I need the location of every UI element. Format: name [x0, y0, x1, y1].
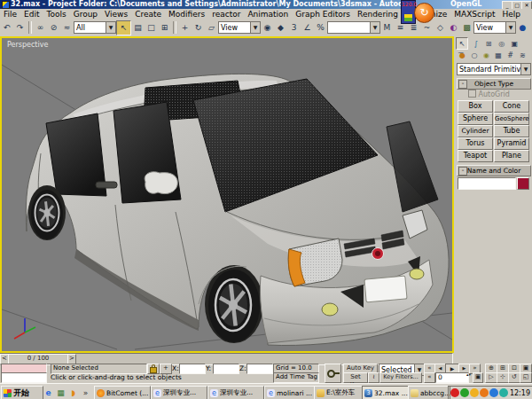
menu-tools[interactable]: Tools	[43, 10, 70, 19]
car-model[interactable]	[26, 74, 449, 345]
region-rect-icon[interactable]: □	[145, 21, 158, 35]
schematic-view-icon[interactable]: ◇	[434, 21, 447, 35]
quicklaunch-desktop-icon[interactable]: ▦	[55, 387, 66, 398]
category-shapes-icon[interactable]: ○	[470, 50, 480, 60]
create-plane-button[interactable]: Plane	[494, 150, 529, 162]
autogrid-checkbox[interactable]: AutoGrid	[468, 90, 510, 98]
selection-filter-dropdown[interactable]: All▼	[74, 21, 116, 34]
tab-modify[interactable]: ∫	[471, 38, 481, 49]
named-selection-sets-dropdown[interactable]: ▼	[327, 21, 380, 34]
quicklaunch-overflow-icon[interactable]: »	[80, 387, 91, 398]
menu-rendering[interactable]: Rendering	[354, 10, 402, 19]
tray-icon-2[interactable]	[460, 388, 469, 397]
quick-render-icon[interactable]: ●	[516, 21, 529, 35]
create-torus-button[interactable]: Torus	[458, 137, 493, 150]
maxscript-listener-pane[interactable]	[1, 372, 47, 383]
collapse-icon[interactable]: -	[458, 167, 467, 176]
default-tangent-button[interactable]: ≀	[368, 372, 379, 383]
orange-app-gadget-icon[interactable]: ↻	[414, 3, 434, 23]
menu-file[interactable]: File	[0, 10, 20, 19]
tray-icon-5[interactable]	[489, 388, 498, 397]
field-of-view-icon[interactable]: ▷	[485, 372, 497, 383]
create-box-button[interactable]: Box	[458, 100, 493, 113]
task-folder[interactable]: E:\室外车	[314, 386, 364, 399]
tray-icon-4[interactable]	[480, 388, 489, 397]
key-mode-toggle-button[interactable]: «	[424, 372, 435, 383]
menu-animation[interactable]: Animation	[244, 10, 292, 19]
undo-icon[interactable]: ↶	[0, 21, 13, 35]
arc-rotate-icon[interactable]: ↺	[508, 372, 520, 383]
current-frame-field[interactable]: 0	[435, 372, 469, 383]
start-button[interactable]: 开始	[1, 386, 43, 399]
tab-display[interactable]: ▣	[509, 38, 520, 49]
render-type-dropdown[interactable]: View▼	[473, 21, 516, 34]
create-teapot-button[interactable]: Teapot	[458, 150, 493, 162]
time-configuration-button[interactable]: ▣	[473, 372, 483, 383]
select-manipulate-icon[interactable]: ◆	[274, 21, 287, 35]
collapse-icon[interactable]: -	[458, 80, 467, 89]
frame-spinner[interactable]: ▴▾	[466, 372, 472, 381]
create-pyramid-button[interactable]: Pyramid	[494, 137, 529, 150]
category-cameras-icon[interactable]: ▦	[494, 50, 504, 60]
dropdown-arrow-icon[interactable]: ▼	[520, 64, 530, 74]
quicklaunch-ie-icon[interactable]: e	[43, 387, 54, 398]
task-3dsmax[interactable]: 332.max ...	[362, 386, 410, 399]
tray-icon-1[interactable]	[450, 388, 459, 397]
object-type-rollout[interactable]: -Object Type	[457, 78, 531, 90]
tab-motion[interactable]: ◎	[497, 38, 507, 49]
menu-create[interactable]: Create	[131, 10, 165, 19]
menu-views[interactable]: Views	[101, 10, 131, 19]
title-bar[interactable]: 32.max - Project Folder: C:\Documents an…	[0, 0, 532, 9]
viewport-label[interactable]: Perspective	[7, 41, 48, 49]
reference-coordinate-dropdown[interactable]: View▼	[218, 21, 261, 34]
snap-3d-icon[interactable]: 3	[287, 21, 301, 35]
menu-help[interactable]: Help	[498, 10, 524, 19]
dropdown-arrow-icon[interactable]: ▼	[370, 22, 379, 33]
add-time-tag[interactable]: Add Time Tag	[273, 372, 319, 383]
snap-percent-icon[interactable]: %	[314, 21, 327, 35]
snap-angle-icon[interactable]: ∠	[301, 21, 314, 35]
tray-clock[interactable]: 12:19	[510, 389, 530, 397]
select-by-name-icon[interactable]: ▤	[131, 21, 145, 35]
category-geometry-icon[interactable]: ●	[458, 50, 467, 60]
pan-icon[interactable]: ⊹	[497, 372, 509, 383]
category-spacewarps-icon[interactable]: ≋	[518, 50, 528, 60]
name-color-rollout[interactable]: -Name and Color	[457, 165, 531, 176]
window-crossing-icon[interactable]: ⊞	[158, 21, 171, 35]
menu-reactor[interactable]: reactor	[208, 10, 244, 19]
dropdown-arrow-icon[interactable]: ▼	[505, 22, 515, 33]
create-geosphere-button[interactable]: GeoSphere	[494, 113, 529, 125]
task-webpage-1[interactable]: e深圳专业...	[151, 386, 207, 399]
task-webpage-3[interactable]: emolinari ...	[264, 386, 316, 399]
create-cylinder-button[interactable]: Cylinder	[458, 125, 493, 137]
menu-maxscript[interactable]: MAXScript	[450, 10, 498, 19]
create-cone-button[interactable]: Cone	[494, 100, 529, 113]
select-link-icon[interactable]: ∞	[34, 21, 47, 35]
select-rotate-icon[interactable]: ↻	[192, 21, 205, 35]
render-setup-icon[interactable]: ▩	[460, 21, 473, 35]
mirror-icon[interactable]: M	[380, 21, 394, 35]
task-bitcomet[interactable]: BitComet (...	[94, 386, 151, 399]
tab-create[interactable]: ↖	[456, 37, 468, 50]
set-keys-button[interactable]	[325, 364, 341, 383]
unlink-icon[interactable]: ⊘	[47, 21, 60, 35]
task-document[interactable]: abbccg...	[408, 386, 450, 399]
quicklaunch-qq-icon[interactable]: ◗	[67, 387, 79, 398]
menu-group[interactable]: Group	[70, 10, 101, 19]
tray-icon-3[interactable]	[470, 388, 479, 397]
bind-spacewarp-icon[interactable]: ≈	[60, 21, 74, 35]
select-move-icon[interactable]: +	[178, 21, 192, 35]
select-scale-icon[interactable]: ▱	[205, 21, 218, 35]
category-lights-icon[interactable]: ◉	[481, 50, 491, 60]
create-tube-button[interactable]: Tube	[494, 125, 529, 137]
menu-edit[interactable]: Edit	[20, 10, 43, 19]
task-webpage-2[interactable]: e深圳专业...	[207, 386, 264, 399]
key-filters-button[interactable]: Key Filters...	[379, 372, 422, 383]
primitive-category-dropdown[interactable]: Standard Primitives▼	[457, 63, 531, 75]
dropdown-arrow-icon[interactable]: ▼	[106, 22, 115, 33]
material-editor-icon[interactable]: ◐	[447, 21, 460, 35]
object-name-field[interactable]	[458, 177, 516, 190]
use-pivot-center-icon[interactable]: ◉	[261, 21, 274, 35]
viewport-canvas[interactable]	[2, 38, 452, 351]
redo-icon[interactable]: ↷	[13, 21, 27, 35]
